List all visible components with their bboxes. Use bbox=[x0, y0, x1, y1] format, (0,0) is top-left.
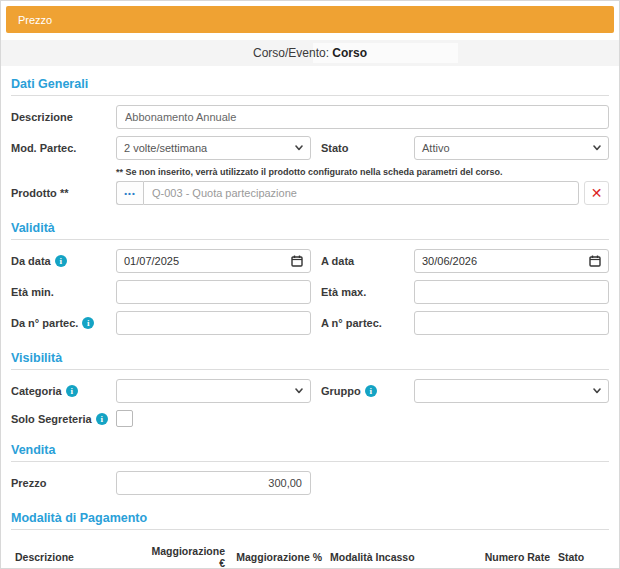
row-eta: Età min. Età max. bbox=[11, 280, 609, 304]
categoria-label: Categoria i bbox=[11, 385, 116, 397]
payment-methods-table: Descrizione Maggiorazione € Maggiorazion… bbox=[11, 539, 611, 569]
chevron-down-icon bbox=[295, 387, 303, 395]
a-n-partec-label: A n° partec. bbox=[311, 317, 414, 329]
solo-segreteria-checkbox[interactable] bbox=[116, 410, 133, 427]
a-data-value: 30/06/2026 bbox=[422, 255, 477, 267]
stato-label: Stato bbox=[311, 142, 414, 154]
section-visibilita: Visibilità bbox=[11, 348, 609, 370]
mod-partec-label: Mod. Partec. bbox=[11, 142, 116, 154]
section-modalita-pagamento: Modalità di Pagamento bbox=[11, 508, 609, 530]
info-icon[interactable]: i bbox=[365, 385, 377, 397]
section-dati-generali: Dati Generali bbox=[11, 74, 609, 96]
close-icon: ✕ bbox=[591, 186, 603, 200]
descrizione-input[interactable] bbox=[116, 105, 609, 129]
subtitle-band: Corso/Evento: Corso bbox=[1, 40, 619, 66]
gruppo-label: Gruppo i bbox=[311, 385, 414, 397]
chevron-down-icon bbox=[295, 144, 303, 152]
da-data-value: 01/07/2025 bbox=[124, 255, 179, 267]
col-numero-rate: Numero Rate bbox=[451, 539, 554, 569]
eta-max-input[interactable] bbox=[414, 280, 609, 304]
prezzo-panel: Prezzo Corso/Evento: Corso Dati Generali… bbox=[0, 0, 620, 569]
gruppo-select[interactable] bbox=[414, 379, 609, 403]
row-descrizione: Descrizione bbox=[11, 105, 609, 129]
panel-title: Prezzo bbox=[18, 14, 52, 26]
calendar-icon[interactable] bbox=[291, 255, 303, 267]
chevron-down-icon bbox=[593, 144, 601, 152]
col-descrizione: Descrizione bbox=[11, 539, 141, 569]
categoria-select[interactable] bbox=[116, 379, 311, 403]
a-data-label: A data bbox=[311, 255, 414, 267]
prodotto-input[interactable] bbox=[143, 181, 579, 205]
col-modalita-incasso: Modalità Incasso bbox=[326, 539, 451, 569]
eta-max-label: Età max. bbox=[311, 286, 414, 298]
info-icon[interactable]: i bbox=[55, 255, 67, 267]
prezzo-input[interactable] bbox=[116, 471, 311, 495]
panel-header: Prezzo bbox=[6, 6, 614, 33]
da-data-label: Da data i bbox=[11, 255, 116, 267]
row-solo-segreteria: Solo Segreteria i bbox=[11, 410, 609, 427]
solo-segreteria-label: Solo Segreteria i bbox=[11, 413, 116, 425]
prodotto-picker-button[interactable]: ••• bbox=[116, 181, 143, 205]
info-icon[interactable]: i bbox=[66, 385, 78, 397]
mod-partec-value: 2 volte/settimana bbox=[124, 142, 207, 154]
da-n-partec-input[interactable] bbox=[116, 311, 311, 335]
info-icon[interactable]: i bbox=[82, 317, 94, 329]
row-prodotto: Prodotto ** ••• ✕ bbox=[11, 181, 609, 205]
chevron-down-icon bbox=[593, 387, 601, 395]
col-stato: Stato bbox=[554, 539, 611, 569]
descrizione-label: Descrizione bbox=[11, 111, 116, 123]
stato-value: Attivo bbox=[422, 142, 450, 154]
calendar-icon[interactable] bbox=[589, 255, 601, 267]
prodotto-note: ** Se non inserito, verrà utilizzato il … bbox=[116, 167, 609, 177]
prodotto-label: Prodotto ** bbox=[11, 187, 116, 199]
section-validita: Validità bbox=[11, 218, 609, 240]
a-data-input[interactable]: 30/06/2026 bbox=[414, 249, 609, 273]
row-categoria: Categoria i Gruppo i bbox=[11, 379, 609, 403]
da-data-input[interactable]: 01/07/2025 bbox=[116, 249, 311, 273]
stato-select[interactable]: Attivo bbox=[414, 136, 609, 160]
prodotto-remove-button[interactable]: ✕ bbox=[584, 181, 609, 205]
page-title-value: Corso bbox=[332, 46, 367, 60]
row-partec: Da n° partec. i A n° partec. bbox=[11, 311, 609, 335]
prezzo-label: Prezzo bbox=[11, 477, 116, 489]
eta-min-label: Età min. bbox=[11, 286, 116, 298]
col-maggiorazione-pct: Maggiorazione % bbox=[229, 539, 326, 569]
info-icon[interactable]: i bbox=[96, 413, 108, 425]
row-prezzo: Prezzo bbox=[11, 471, 609, 495]
table-header-row: Descrizione Maggiorazione € Maggiorazion… bbox=[11, 539, 611, 569]
page-title: Corso/Evento: Corso bbox=[253, 46, 367, 60]
a-n-partec-input[interactable] bbox=[414, 311, 609, 335]
col-maggiorazione-eur: Maggiorazione € bbox=[141, 539, 229, 569]
da-n-partec-label: Da n° partec. i bbox=[11, 317, 116, 329]
row-mod-partec: Mod. Partec. 2 volte/settimana Stato Att… bbox=[11, 136, 609, 160]
mod-partec-select[interactable]: 2 volte/settimana bbox=[116, 136, 311, 160]
page-title-label: Corso/Evento: bbox=[253, 46, 329, 60]
row-date: Da data i 01/07/2025 A data 30/06/2026 bbox=[11, 249, 609, 273]
eta-min-input[interactable] bbox=[116, 280, 311, 304]
section-vendita: Vendita bbox=[11, 440, 609, 462]
